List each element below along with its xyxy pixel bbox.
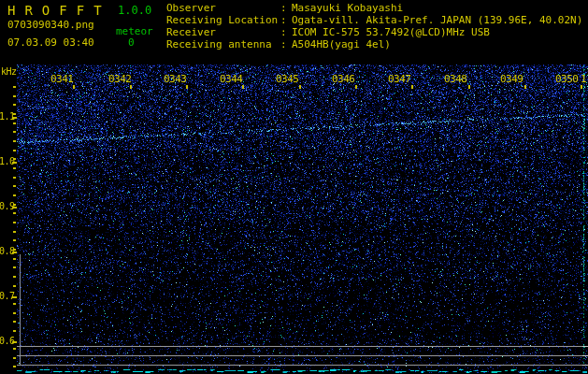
time-tick-label: 0345 [276, 74, 299, 84]
time-tick-label: 0347 [388, 74, 411, 84]
station-row: Observer : Masayuki Kobayashi [166, 2, 582, 14]
capture-filename: 0703090340.png [7, 20, 94, 30]
station-row: Receiving antenna : A504HB(yagi 4el) [166, 38, 582, 50]
freq-axis-unit-label: kHz [1, 67, 17, 77]
freq-tick-label: 0.8 [0, 247, 15, 256]
station-value: ICOM IC-575 53.7492(@LCD)MHz USB [292, 26, 490, 38]
station-info: Observer : Masayuki Kobayashi Receiving … [166, 2, 582, 50]
time-tick-label: 0350 [555, 74, 579, 84]
colon-separator: : [280, 38, 292, 50]
app-version: 1.0.0 [118, 5, 151, 16]
station-label: Receiver [166, 26, 280, 38]
time-tick-label-partial: 1 [581, 74, 586, 84]
colon-separator: : [280, 26, 292, 38]
freq-tick-label: 1.0 [0, 157, 15, 166]
capture-datetime: 07.03.09 03:40 [7, 37, 94, 48]
hrofft-screen: HROFFT 1.0.0 0703090340.png meteor 07.03… [0, 0, 588, 374]
meteor-count: 0 [128, 37, 135, 48]
freq-tick-label: 0.9 [0, 202, 15, 211]
app-title: HROFFT [7, 4, 111, 17]
time-tick-label: 0346 [332, 74, 355, 84]
freq-tick-label: 0.7 [0, 292, 15, 301]
station-value: Ogata-vill. Akita-Pref. JAPAN (139.96E, … [292, 14, 582, 26]
time-tick-label: 0342 [108, 74, 132, 84]
mode-label: meteor [116, 26, 153, 36]
colon-separator: : [280, 2, 292, 14]
spectrogram-canvas [0, 0, 588, 374]
station-value: Masayuki Kobayashi [292, 2, 403, 14]
freq-tick-label: 0.6 [0, 337, 15, 346]
time-tick-label: 0349 [500, 74, 523, 84]
time-tick-label: 0348 [444, 74, 467, 84]
station-label: Observer [166, 2, 280, 14]
freq-tick-label: 1.1 [0, 112, 15, 122]
station-row: Receiver : ICOM IC-575 53.7492(@LCD)MHz … [166, 26, 582, 38]
station-value: A504HB(yagi 4el) [292, 38, 391, 50]
station-label: Receiving Location [166, 14, 280, 26]
time-tick-label: 0344 [220, 74, 243, 84]
station-row: Receiving Location : Ogata-vill. Akita-P… [166, 14, 582, 26]
colon-separator: : [280, 14, 292, 26]
time-tick-label: 0343 [164, 74, 187, 84]
station-label: Receiving antenna [166, 38, 280, 50]
time-tick-label: 0341 [50, 74, 74, 84]
